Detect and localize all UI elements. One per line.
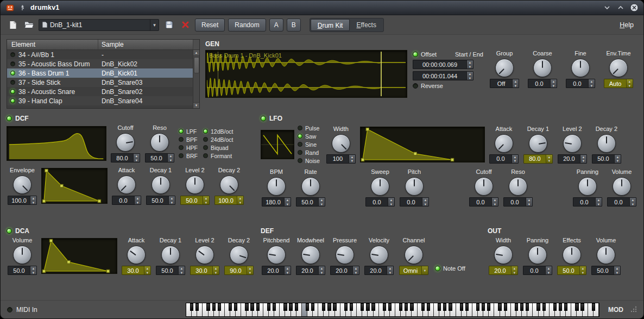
spin-arrows-icon[interactable]: ▴▾ xyxy=(626,79,633,87)
knob-velocity-dial[interactable] xyxy=(370,246,388,264)
piano-key-black[interactable] xyxy=(295,303,298,311)
random-button[interactable]: Random xyxy=(228,18,266,32)
offset-end-marker[interactable] xyxy=(381,52,382,96)
spin-volume[interactable]: 50.0▴▾ xyxy=(8,266,37,275)
spin-pressure[interactable]: 20.0▴▾ xyxy=(330,266,359,275)
spin-arrows-icon[interactable]: ▴▾ xyxy=(595,198,602,206)
spin-effects[interactable]: 50.0▴▾ xyxy=(557,266,586,275)
spin-level-2[interactable]: 20.0▴▾ xyxy=(558,154,587,164)
spin-arrows-icon[interactable]: ▴▾ xyxy=(614,155,621,163)
dca-envelope-display[interactable] xyxy=(41,238,117,274)
knob-volume-dial[interactable] xyxy=(597,246,615,264)
radio-pulse[interactable]: Pulse xyxy=(298,124,320,132)
spin-arrows-icon[interactable]: ▴▾ xyxy=(212,266,219,274)
piano-key-black[interactable] xyxy=(289,303,292,311)
piano-key-black[interactable] xyxy=(218,303,221,311)
spin-attack[interactable]: 0.0▴▾ xyxy=(489,154,519,164)
spin-arrows-icon[interactable]: ▴▾ xyxy=(318,266,325,274)
spin-arrows-icon[interactable]: ▴▾ xyxy=(546,155,552,163)
table-row[interactable]: 37 - Side StickDnB_Snare03 xyxy=(7,78,193,87)
knob-reso-dial[interactable] xyxy=(509,177,527,196)
piano-key-black[interactable] xyxy=(515,303,518,311)
scrollbar-up-icon[interactable] xyxy=(193,50,199,56)
piano-key-black[interactable] xyxy=(592,303,595,311)
knob-volume-dial[interactable] xyxy=(13,246,31,264)
piano-key-black[interactable] xyxy=(195,303,199,311)
help-button[interactable]: Help xyxy=(615,20,638,30)
spin-arrows-icon[interactable]: ▴▾ xyxy=(30,196,36,204)
open-preset-button[interactable] xyxy=(22,18,35,32)
spin-arrows[interactable]: ▴▾ xyxy=(466,60,473,68)
spin-channel[interactable]: Omni▾ xyxy=(399,266,428,275)
knob-width-dial[interactable] xyxy=(494,246,513,264)
lfo-envelope-display[interactable] xyxy=(360,127,485,162)
piano-key-black[interactable] xyxy=(526,303,529,311)
piano-key-black[interactable] xyxy=(361,303,364,311)
piano-key-black[interactable] xyxy=(405,303,408,311)
piano-key-black[interactable] xyxy=(306,303,309,311)
spin-panning[interactable]: 0.0▴▾ xyxy=(573,197,602,207)
piano-key-black[interactable] xyxy=(410,303,413,311)
spin-arrows-icon[interactable]: ▴▾ xyxy=(387,266,393,274)
piano-key-black[interactable] xyxy=(206,303,210,311)
spin-arrows-icon[interactable]: ▴▾ xyxy=(526,198,532,206)
knob-decay-2-dial[interactable] xyxy=(230,246,248,264)
piano-key-black[interactable] xyxy=(333,303,336,311)
spin-level-2[interactable]: 30.0▴▾ xyxy=(190,266,219,275)
piano-key-black[interactable] xyxy=(559,303,562,311)
radio-brf[interactable]: BRF xyxy=(179,152,198,159)
knob-level-2-dial[interactable] xyxy=(186,176,204,194)
piano-key-black[interactable] xyxy=(383,303,386,311)
piano-key-black[interactable] xyxy=(438,303,441,311)
dcf-filter-display[interactable] xyxy=(7,126,106,161)
spin-level-2[interactable]: 50.0▴▾ xyxy=(180,196,210,205)
knob-effects-dial[interactable] xyxy=(563,246,581,264)
piano-key-black[interactable] xyxy=(322,303,325,311)
radio-noise[interactable]: Noise xyxy=(298,157,320,164)
radio-12db-oct[interactable]: 12dB/oct xyxy=(203,128,233,135)
piano-key-black[interactable] xyxy=(443,303,446,311)
spin-modwheel[interactable]: 20.0▴▾ xyxy=(296,266,325,275)
spin-velocity[interactable]: 20.0▴▾ xyxy=(364,266,394,275)
spin-pitch[interactable]: 0.0▴▾ xyxy=(400,197,429,207)
compare-b-button[interactable]: B xyxy=(287,18,301,32)
spin-pitchbend[interactable]: 20.0▴▾ xyxy=(262,266,291,275)
spin-decay-2[interactable]: 90.0▴▾ xyxy=(224,266,254,275)
spin-decay-1[interactable]: 50.0▴▾ xyxy=(146,196,175,205)
knob-env-time-dial[interactable] xyxy=(609,59,628,77)
tab-effects[interactable]: Effects xyxy=(350,19,382,31)
piano-key-black[interactable] xyxy=(482,303,485,311)
knob-channel-dial[interactable] xyxy=(405,246,423,264)
spin-reso[interactable]: 0.0▴▾ xyxy=(503,197,533,207)
knob-attack-dial[interactable] xyxy=(117,176,136,194)
piano-key-black[interactable] xyxy=(460,303,463,311)
dcf-led[interactable] xyxy=(7,116,12,121)
spin-bpm[interactable]: 180.0▴▾ xyxy=(262,197,291,207)
table-row[interactable]: 38 - Acoustic SnareDnB_Snare02 xyxy=(7,87,193,96)
radio-formant[interactable]: Formant xyxy=(203,152,233,159)
piano-key-black[interactable] xyxy=(536,303,540,311)
spin-arrows-icon[interactable]: ▴▾ xyxy=(133,154,140,162)
spin-group[interactable]: Off▴▾ xyxy=(490,79,519,88)
scrollbar-down-icon[interactable] xyxy=(193,102,199,108)
close-button[interactable] xyxy=(630,3,639,12)
spin-arrows-icon[interactable]: ▴▾ xyxy=(247,266,253,274)
piano-key-black[interactable] xyxy=(542,303,546,311)
spin-arrows-icon[interactable]: ▴▾ xyxy=(588,79,595,87)
reset-button[interactable]: Reset xyxy=(195,18,225,32)
spin-decay-1[interactable]: 50.0▴▾ xyxy=(156,266,185,275)
piano-key-black[interactable] xyxy=(366,303,369,311)
lfo-shape-display[interactable] xyxy=(261,130,294,159)
spin-coarse[interactable]: 0.0▴▾ xyxy=(528,79,557,88)
spin-arrows-icon[interactable]: ▴▾ xyxy=(134,196,141,204)
noteoff-toggle[interactable]: Note Off xyxy=(435,265,465,272)
piano-key-black[interactable] xyxy=(273,303,276,311)
piano-key-black[interactable] xyxy=(371,303,375,311)
scrollbar-thumb[interactable] xyxy=(194,57,199,73)
knob-panning-dial[interactable] xyxy=(528,246,547,264)
minimize-button[interactable] xyxy=(603,3,611,12)
piano-key-black[interactable] xyxy=(234,303,237,311)
spin-arrows-icon[interactable]: ▴▾ xyxy=(422,198,428,206)
spin-arrows-icon[interactable]: ▴▾ xyxy=(614,266,620,274)
reverse-toggle-led[interactable] xyxy=(413,83,418,89)
